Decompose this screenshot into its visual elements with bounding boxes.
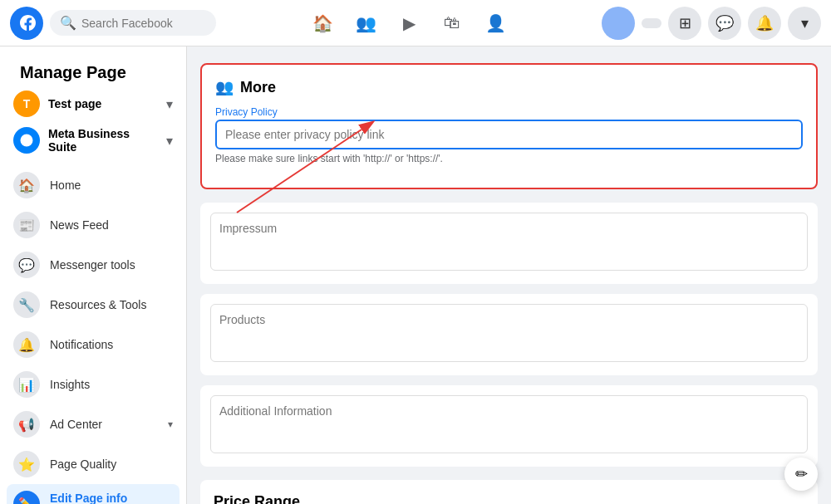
price-range-title: Price Range bbox=[214, 493, 804, 504]
sidebar-item-resources[interactable]: 🔧 Resources & Tools bbox=[7, 285, 179, 325]
sidebar-ad-center-label: Ad Center bbox=[50, 418, 158, 431]
sidebar-notifications-label: Notifications bbox=[50, 338, 113, 351]
search-icon: 🔍 bbox=[60, 15, 76, 31]
additional-info-input[interactable] bbox=[210, 395, 808, 453]
search-input[interactable] bbox=[81, 17, 198, 30]
main-content: 👥 More Privacy Policy Please make sure l… bbox=[187, 46, 831, 504]
watch-nav-btn[interactable]: ▶ bbox=[389, 3, 429, 43]
edit-fab-icon: ✏ bbox=[795, 465, 808, 483]
sidebar-item-messenger[interactable]: 💬 Messenger tools bbox=[7, 245, 179, 285]
nav-right: ⊞ 💬 🔔 ▾ bbox=[602, 7, 821, 40]
sidebar-item-insights[interactable]: 📊 Insights bbox=[7, 365, 179, 404]
sidebar-insights-label: Insights bbox=[50, 378, 90, 391]
insights-icon: 📊 bbox=[13, 371, 40, 398]
sidebar-item-news-feed[interactable]: 📰 News Feed bbox=[7, 205, 179, 245]
home-nav-btn[interactable]: 🏠 bbox=[302, 3, 342, 43]
ad-center-chevron: ▾ bbox=[168, 418, 173, 430]
nav-center: 🏠 👥 ▶ 🛍 👤 bbox=[223, 3, 595, 43]
home-icon: 🏠 bbox=[13, 172, 40, 198]
sidebar-test-page[interactable]: T Test page ▾ bbox=[7, 86, 179, 122]
search-bar[interactable]: 🔍 bbox=[50, 10, 216, 36]
impressum-card bbox=[200, 203, 818, 284]
sidebar-item-edit-page-info[interactable]: ✏️ Edit Page info 3 new bbox=[7, 484, 179, 504]
ad-center-icon: 📢 bbox=[13, 411, 40, 438]
sidebar-messenger-label: Messenger tools bbox=[50, 258, 135, 272]
content-area: 👥 More Privacy Policy Please make sure l… bbox=[187, 46, 831, 504]
facebook-logo bbox=[10, 7, 43, 40]
marketplace-nav-btn[interactable]: 🛍 bbox=[432, 3, 472, 43]
test-page-chevron: ▾ bbox=[166, 96, 173, 112]
meta-business-label: Meta Business Suite bbox=[48, 127, 158, 154]
more-section-icon: 👥 bbox=[215, 78, 234, 96]
edit-page-info-content: Edit Page info 3 new bbox=[50, 492, 173, 504]
more-header: 👥 More bbox=[215, 78, 803, 96]
sidebar-item-ad-center[interactable]: 📢 Ad Center ▾ bbox=[7, 404, 179, 444]
sidebar-page-quality-label: Page Quality bbox=[50, 458, 116, 471]
profile-nav-btn[interactable]: 👤 bbox=[475, 3, 515, 43]
edit-fab-button[interactable]: ✏ bbox=[784, 458, 818, 491]
top-nav: 🔍 🏠 👥 ▶ 🛍 👤 ⊞ 💬 🔔 ▾ bbox=[0, 0, 831, 46]
privacy-policy-label: Privacy Policy bbox=[215, 106, 803, 118]
friends-nav-btn[interactable]: 👥 bbox=[346, 3, 386, 43]
privacy-policy-hint: Please make sure links start with 'http:… bbox=[215, 153, 803, 164]
account-menu-btn[interactable]: ▾ bbox=[788, 7, 821, 40]
notifications-btn[interactable]: 🔔 bbox=[748, 7, 781, 40]
privacy-policy-field: Privacy Policy Please make sure links st… bbox=[215, 106, 803, 164]
privacy-policy-input[interactable] bbox=[215, 120, 803, 149]
notifications-icon: 🔔 bbox=[13, 331, 40, 358]
sidebar-resources-label: Resources & Tools bbox=[50, 298, 146, 311]
messenger-btn[interactable]: 💬 bbox=[708, 7, 741, 40]
more-title: More bbox=[240, 79, 276, 96]
test-page-avatar: T bbox=[13, 91, 40, 117]
main-layout: Manage Page T Test page ▾ Meta Business … bbox=[0, 46, 831, 504]
price-range-section: Price Range din Cheap dindin Moderate bbox=[200, 480, 818, 504]
test-page-name: Test page bbox=[48, 97, 158, 110]
products-input[interactable] bbox=[210, 304, 808, 362]
messenger-icon: 💬 bbox=[13, 252, 40, 278]
meta-chevron: ▾ bbox=[166, 133, 173, 149]
sidebar-item-page-quality[interactable]: ⭐ Page Quality bbox=[7, 444, 179, 484]
page-quality-icon: ⭐ bbox=[13, 451, 40, 477]
meta-business-suite[interactable]: Meta Business Suite ▾ bbox=[7, 122, 179, 159]
resources-icon: 🔧 bbox=[13, 291, 40, 318]
manage-page-title: Manage Page bbox=[7, 56, 179, 86]
sidebar-home-label: Home bbox=[50, 179, 81, 192]
sidebar-item-home[interactable]: 🏠 Home bbox=[7, 165, 179, 205]
impressum-input[interactable] bbox=[210, 213, 808, 271]
additional-info-card bbox=[200, 385, 818, 467]
user-avatar[interactable] bbox=[602, 7, 635, 40]
sidebar-nav-section: 🏠 Home 📰 News Feed 💬 Messenger tools 🔧 R… bbox=[0, 162, 186, 504]
sidebar-news-feed-label: News Feed bbox=[50, 218, 109, 232]
edit-page-info-icon: ✏️ bbox=[13, 491, 40, 504]
user-name-pill[interactable] bbox=[642, 18, 661, 28]
sidebar: Manage Page T Test page ▾ Meta Business … bbox=[0, 46, 187, 504]
products-card bbox=[200, 294, 818, 375]
sidebar-header-section: Manage Page T Test page ▾ Meta Business … bbox=[0, 53, 186, 162]
svg-point-0 bbox=[21, 135, 33, 147]
grid-menu-btn[interactable]: ⊞ bbox=[668, 7, 701, 40]
more-card: 👥 More Privacy Policy Please make sure l… bbox=[200, 63, 818, 189]
sidebar-edit-page-label: Edit Page info bbox=[50, 492, 173, 504]
news-feed-icon: 📰 bbox=[13, 212, 40, 238]
sidebar-item-notifications[interactable]: 🔔 Notifications bbox=[7, 325, 179, 365]
meta-avatar bbox=[13, 127, 40, 154]
